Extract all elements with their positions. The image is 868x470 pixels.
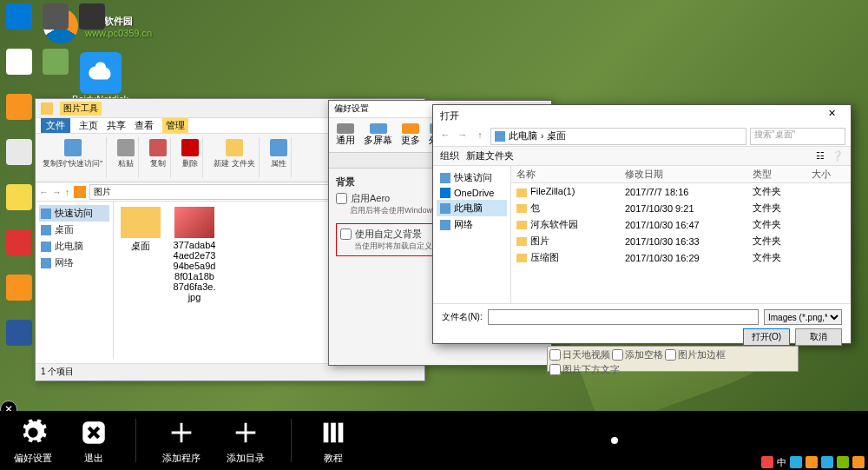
open-title: 打开 (440, 109, 459, 122)
system-tray[interactable]: 中 (758, 454, 868, 470)
tray-icon[interactable] (852, 456, 865, 468)
open-side-onedrive[interactable]: OneDrive (437, 186, 507, 200)
more-icon (402, 123, 419, 134)
file-row[interactable]: FileZilla(1)2017/7/7 18:16文件夹 (511, 183, 851, 201)
desktop-icon[interactable] (3, 3, 35, 47)
pref-tab-general[interactable]: 通用 (332, 122, 358, 149)
ime-indicator[interactable]: 中 (777, 456, 786, 469)
star-icon (440, 173, 450, 183)
pref-tab-more[interactable]: 更多 (398, 122, 424, 149)
ribbon-paste[interactable]: 粘贴 (114, 137, 139, 178)
fm-item-folder[interactable]: 桌面 (119, 207, 162, 253)
tray-icon[interactable] (821, 456, 833, 468)
col-name[interactable]: 名称 (511, 166, 620, 183)
desktop-icon[interactable] (3, 139, 35, 182)
qa-panel: 日天地视频 添加空格 图片加边框 图片下方文字 (547, 346, 799, 372)
col-type[interactable]: 类型 (747, 166, 806, 183)
tray-icon[interactable] (806, 456, 818, 468)
col-date[interactable]: 修改日期 (620, 166, 747, 183)
close-button[interactable]: ✕ (819, 108, 844, 123)
checkbox[interactable] (340, 228, 352, 240)
qa-check[interactable]: 图片加边框 (665, 348, 726, 361)
checkbox[interactable] (336, 193, 347, 204)
ribbon-cut[interactable]: 复制 (146, 137, 171, 178)
fm-tools-label: 图片工具 (60, 102, 102, 116)
open-side-network[interactable]: 网络 (437, 216, 507, 233)
fm-menu-share[interactable]: 共享 (107, 119, 126, 132)
file-row[interactable]: 包2017/10/30 9:21文件夹 (511, 200, 851, 216)
desktop-icon[interactable] (3, 184, 35, 228)
tray-icon[interactable] (790, 456, 802, 468)
sidebar-network[interactable]: 网络 (39, 255, 109, 271)
file-row[interactable]: 压缩图2017/10/30 16:29文件夹 (511, 249, 851, 266)
open-button[interactable]: 打开(O) (743, 328, 790, 346)
open-path[interactable]: 此电脑 › 桌面 (490, 128, 746, 145)
filename-input[interactable] (488, 309, 759, 325)
delete-icon (181, 139, 199, 156)
fm-menu-home[interactable]: 主页 (79, 119, 98, 132)
view-icon[interactable]: ☷ (816, 150, 825, 162)
nav-up-icon[interactable]: ↑ (473, 129, 487, 143)
baidu-netdisk-icon[interactable]: BaiduNetdisk (76, 52, 124, 104)
desktop-icon[interactable] (3, 275, 35, 318)
pref-tab-multi[interactable]: 多屏幕 (360, 122, 396, 149)
ribbon-delete[interactable]: 删除 (178, 137, 203, 178)
close-icon (78, 417, 109, 448)
open-organize[interactable]: 组织 (440, 149, 459, 162)
nav-fwd-icon[interactable]: → (52, 187, 62, 197)
network-icon (440, 220, 450, 230)
folder-icon (41, 103, 53, 115)
nav-back-icon[interactable]: ← (39, 187, 49, 197)
qa-check[interactable]: 添加空格 (612, 348, 663, 361)
sidebar-quick[interactable]: 快速访问 (39, 205, 109, 222)
file-row[interactable]: 图片2017/10/30 16:33文件夹 (511, 233, 851, 249)
open-file-list[interactable]: 名称 修改日期 类型 大小 FileZilla(1)2017/7/7 18:16… (511, 166, 851, 303)
desktop-icon[interactable] (3, 94, 35, 137)
col-size[interactable]: 大小 (806, 166, 851, 183)
desktop-icon[interactable] (3, 229, 35, 273)
open-dialog[interactable]: 打开 ✕ ← → ↑ 此电脑 › 桌面 搜索"桌面" 组织 新建文件夹 ☷ ❔ … (432, 104, 852, 344)
nav-fwd-icon[interactable]: → (456, 129, 470, 143)
ribbon-props[interactable]: 属性 (266, 137, 292, 178)
dock-add-program[interactable]: 添加程序 (162, 417, 201, 465)
sidebar-thispc[interactable]: 此电脑 (39, 238, 109, 255)
cancel-button[interactable]: 取消 (795, 328, 842, 346)
dock: 偏好设置 退出 添加程序 添加目录 教程 (0, 411, 868, 470)
paste-icon (117, 139, 135, 156)
fm-menu-view[interactable]: 查看 (135, 119, 154, 132)
fm-menu-file[interactable]: 文件 (41, 118, 70, 133)
folder-icon (516, 189, 527, 197)
desktop-icon[interactable] (76, 3, 108, 47)
dock-add-dir[interactable]: 添加目录 (227, 417, 265, 465)
fm-item-image[interactable]: 377adab44aed2e7394be5a9d8f01a18b87d6fa3e… (173, 207, 216, 302)
desktop-icon[interactable] (3, 320, 35, 363)
open-newfolder[interactable]: 新建文件夹 (466, 149, 514, 162)
qa-check[interactable]: 图片下方文字 (549, 363, 620, 376)
sidebar-desktop[interactable]: 桌面 (39, 222, 109, 238)
dock-exit[interactable]: 退出 (78, 417, 109, 465)
file-row[interactable]: 河东软件园2017/10/30 16:47文件夹 (511, 216, 851, 233)
open-side-quick[interactable]: 快速访问 (437, 169, 507, 186)
help-icon[interactable]: ❔ (832, 150, 844, 162)
dock-tutorial[interactable]: 教程 (318, 417, 349, 465)
tray-icon[interactable] (837, 456, 849, 468)
desktop-icon[interactable] (3, 49, 35, 92)
fm-menu-manage[interactable]: 管理 (162, 118, 188, 133)
open-side-thispc[interactable]: 此电脑 (437, 200, 507, 216)
nav-back-icon[interactable]: ← (438, 129, 452, 143)
plus-icon (230, 417, 261, 448)
dock-preferences[interactable]: 偏好设置 (14, 417, 52, 465)
desktop-icon[interactable] (40, 49, 71, 92)
folder-icon (74, 186, 86, 198)
nav-up-icon[interactable]: ↑ (65, 187, 70, 197)
dock-page-indicator[interactable] (611, 437, 618, 444)
filter-select[interactable]: Images (*.png,*.jpg,*.jpeg) (764, 309, 842, 325)
folder-icon (516, 204, 527, 213)
ribbon-pin[interactable]: 复制到"快速访问" (39, 137, 107, 178)
ribbon-new[interactable]: 新建 文件夹 (210, 137, 260, 178)
desktop-icon[interactable] (40, 3, 71, 47)
tray-icon[interactable] (761, 456, 773, 468)
open-search[interactable]: 搜索"桌面" (750, 128, 845, 145)
qa-check[interactable]: 日天地视频 (549, 348, 610, 361)
svg-rect-3 (339, 422, 344, 442)
